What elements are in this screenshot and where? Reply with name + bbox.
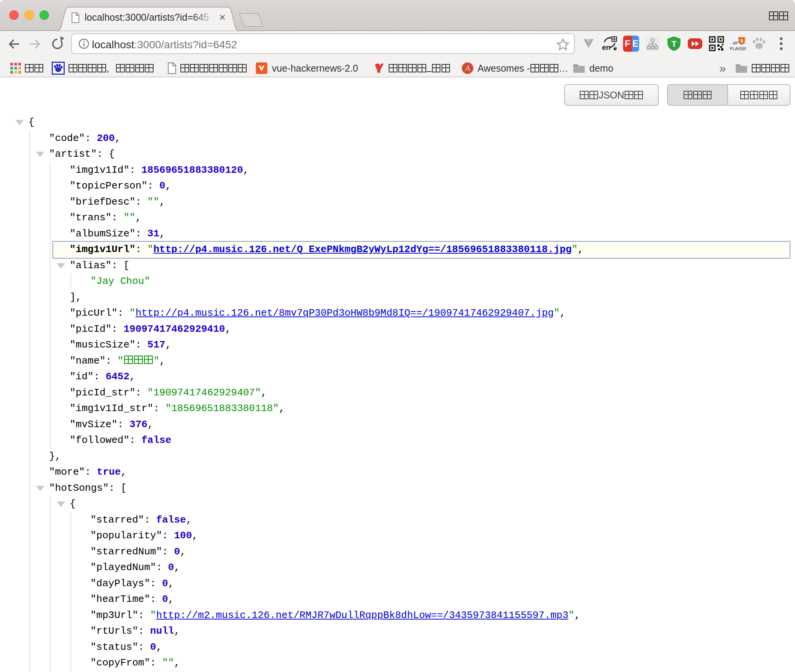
svg-text:5: 5 <box>740 38 743 44</box>
svg-text:T: T <box>671 39 677 49</box>
svg-text:en: en <box>602 43 610 51</box>
svg-text:A: A <box>465 64 470 72</box>
svg-text:PLAYER: PLAYER <box>730 46 746 51</box>
